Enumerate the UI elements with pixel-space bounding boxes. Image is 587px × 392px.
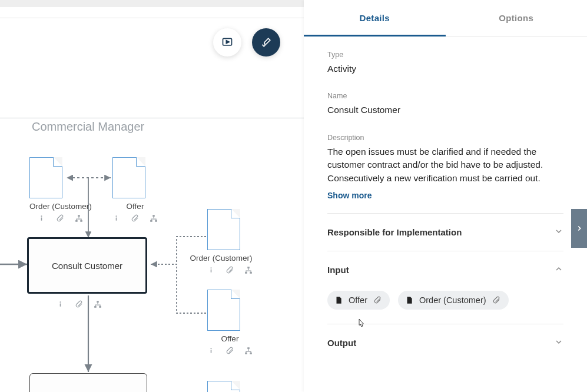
svg-rect-20: [99, 306, 101, 308]
svg-rect-22: [211, 269, 212, 272]
attachment-icon[interactable]: [131, 214, 139, 222]
svg-rect-7: [41, 217, 42, 220]
field-value: Activity: [327, 62, 563, 75]
svg-rect-19: [94, 306, 97, 308]
section-title: Output: [327, 338, 356, 348]
svg-rect-14: [150, 220, 152, 222]
info-icon[interactable]: [207, 266, 215, 274]
info-icon[interactable]: [38, 214, 45, 222]
chevron-right-icon: [575, 224, 583, 232]
svg-point-26: [210, 348, 211, 349]
diagram-canvas[interactable]: Commercial Manager Order (Customer) Offe: [0, 0, 304, 392]
svg-rect-27: [211, 350, 212, 353]
svg-rect-29: [245, 353, 247, 354]
svg-point-16: [59, 301, 61, 303]
svg-rect-25: [250, 272, 252, 274]
section-title: Responsible for Implementation: [327, 227, 462, 237]
svg-rect-23: [247, 267, 250, 268]
field-label: Type: [327, 51, 563, 59]
attachment-icon[interactable]: [225, 347, 234, 355]
play-icon: [221, 36, 233, 48]
field-value: Consult Customer: [327, 104, 563, 117]
svg-marker-1: [226, 41, 229, 44]
info-icon[interactable]: [207, 347, 215, 355]
doc-label: Offer: [207, 334, 253, 343]
activity-label: Consult Customer: [52, 261, 122, 271]
details-panel: Details Options Type Activity Name Consu…: [304, 0, 587, 392]
chevron-down-icon: [554, 337, 563, 348]
svg-point-11: [115, 215, 117, 217]
doc-offer-right[interactable]: Offer: [207, 290, 253, 355]
svg-rect-18: [97, 301, 99, 303]
edit-icon: [261, 37, 271, 48]
attachment-icon: [373, 296, 382, 304]
doc-label: Offer: [112, 202, 158, 211]
activity-consult-customer[interactable]: Consult Customer: [27, 237, 147, 294]
document-icon: [405, 295, 413, 305]
cursor-icon: [356, 318, 366, 331]
svg-rect-8: [78, 215, 81, 217]
svg-rect-24: [245, 272, 247, 274]
section-responsible[interactable]: Responsible for Implementation: [327, 213, 563, 251]
field-description: Description The open issues must be clar…: [327, 134, 563, 200]
lane-title: Commercial Manager: [32, 120, 144, 134]
edit-button[interactable]: [252, 28, 280, 57]
field-type: Type Activity: [327, 51, 563, 75]
tab-options[interactable]: Options: [446, 0, 588, 36]
svg-rect-10: [81, 220, 83, 222]
attachment-icon[interactable]: [56, 214, 64, 222]
chevron-up-icon: [554, 264, 563, 275]
chip-offer[interactable]: Offer: [327, 291, 390, 310]
field-label: Name: [327, 92, 563, 100]
attachment-icon[interactable]: [225, 266, 234, 274]
svg-rect-13: [152, 215, 155, 217]
document-icon: [334, 295, 343, 305]
attachment-icon: [492, 296, 500, 304]
hierarchy-icon[interactable]: [244, 266, 253, 274]
chip-order-customer[interactable]: Order (Customer): [398, 291, 509, 310]
collapse-panel-button[interactable]: [571, 209, 587, 248]
section-title: Input: [327, 265, 349, 275]
svg-point-6: [41, 215, 42, 217]
chip-label: Offer: [349, 295, 367, 305]
activity-next[interactable]: [29, 373, 147, 392]
chevron-down-icon: [554, 227, 563, 238]
doc-offer-top[interactable]: Offer: [112, 157, 158, 222]
play-button[interactable]: [213, 28, 241, 57]
svg-rect-12: [116, 217, 117, 220]
svg-rect-9: [76, 220, 78, 222]
field-label: Description: [327, 134, 563, 142]
panel-tabs: Details Options: [304, 0, 587, 36]
section-input[interactable]: Input: [327, 251, 563, 288]
doc-label: Order (Customer): [29, 202, 92, 211]
doc-label: Order (Customer): [190, 254, 253, 263]
svg-rect-28: [247, 347, 250, 349]
doc-order-customer-right[interactable]: Order (Customer): [207, 209, 253, 274]
field-value: The open issues must be clarified and if…: [327, 145, 563, 185]
hierarchy-icon[interactable]: [244, 347, 253, 355]
hierarchy-icon[interactable]: [150, 214, 158, 222]
chip-label: Order (Customer): [419, 295, 486, 305]
svg-point-21: [210, 267, 211, 268]
svg-rect-17: [60, 303, 61, 306]
info-icon[interactable]: [57, 300, 64, 308]
tab-details[interactable]: Details: [304, 0, 446, 36]
hierarchy-icon[interactable]: [94, 300, 102, 308]
attachment-icon[interactable]: [75, 300, 83, 308]
info-icon[interactable]: [112, 214, 120, 222]
svg-rect-30: [250, 353, 252, 354]
show-more-link[interactable]: Show more: [327, 191, 563, 200]
field-name: Name Consult Customer: [327, 92, 563, 117]
doc-order-customer-top[interactable]: Order (Customer): [29, 157, 92, 222]
lane-divider: [0, 118, 304, 118]
doc-partial-bottom[interactable]: [207, 381, 240, 392]
svg-rect-15: [155, 220, 157, 222]
hierarchy-icon[interactable]: [75, 214, 83, 222]
